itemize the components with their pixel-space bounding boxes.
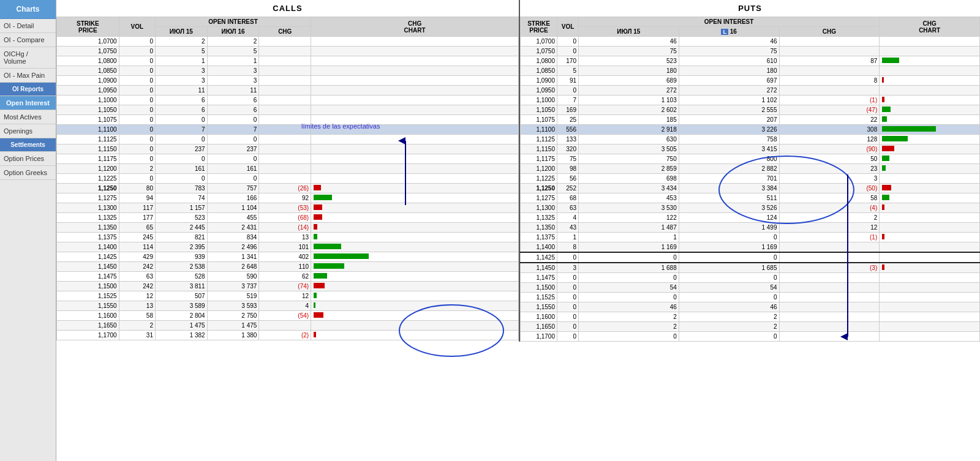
sidebar-item-oi-detail[interactable]: OI - Detail: [0, 19, 56, 33]
puts-vol-header: VOL: [557, 17, 579, 37]
calls-oi-header: OPEN INTEREST: [155, 17, 311, 27]
calls-jul16-header: ИЮЛ 16: [207, 27, 259, 37]
puts-chg-header: CHG: [779, 27, 880, 37]
sidebar-item-option-prices[interactable]: Option Prices: [0, 152, 56, 166]
calls-table-body: 1,07000221,07500551,08000111,08500331,09…: [57, 37, 519, 340]
puts-chg-chart-header: CHGCHART: [880, 17, 980, 37]
calls-title: CALLS: [56, 0, 519, 17]
calls-section: CALLS STRIKEPRICE VOL OPEN INTEREST CHGC…: [56, 0, 520, 342]
puts-jul15-header: ИЮЛ 15: [579, 27, 679, 37]
puts-jul16-header: L 16: [679, 27, 779, 37]
sidebar-item-option-greeks[interactable]: Option Greeks: [0, 166, 56, 180]
sidebar-section-oi-reports: OI Reports: [0, 83, 56, 96]
sidebar-item-openings[interactable]: Openings: [0, 124, 56, 138]
sidebar-section-settlements: Settlements: [0, 138, 56, 152]
calls-chg-chart-header: CHGCHART: [311, 17, 519, 37]
puts-section: PUTS STRIKEPRICE VOL OPEN INTEREST CHGCH…: [520, 0, 980, 342]
puts-strike-header: STRIKEPRICE: [521, 17, 557, 37]
puts-table-body: 1,0700046461,0750075751,0800170523610871…: [521, 37, 980, 342]
puts-table: STRIKEPRICE VOL OPEN INTEREST CHGCHART И…: [520, 17, 980, 342]
puts-oi-header: OPEN INTEREST: [579, 17, 880, 27]
sidebar-item-oichg-volume[interactable]: OICHg / Volume: [0, 47, 56, 69]
main-content: CALLS STRIKEPRICE VOL OPEN INTEREST CHGC…: [56, 0, 980, 461]
sidebar-item-open-interest[interactable]: Open Interest: [0, 96, 56, 110]
calls-strike-header: STRIKEPRICE: [57, 17, 119, 37]
puts-title: PUTS: [520, 0, 980, 17]
app-container: Charts OI - Detail OI - Compare OICHg / …: [0, 0, 980, 461]
sidebar-header: Charts: [0, 0, 56, 19]
sidebar-item-most-actives[interactable]: Most Actives: [0, 110, 56, 124]
calls-table: STRIKEPRICE VOL OPEN INTEREST CHGCHART И…: [56, 17, 519, 340]
tables-container: CALLS STRIKEPRICE VOL OPEN INTEREST CHGC…: [56, 0, 980, 342]
sidebar-item-oi-max-pain[interactable]: OI - Max Pain: [0, 69, 56, 83]
calls-vol-header: VOL: [119, 17, 155, 37]
calls-jul15-header: ИЮЛ 15: [155, 27, 207, 37]
calls-chg-header: CHG: [259, 27, 311, 37]
sidebar: Charts OI - Detail OI - Compare OICHg / …: [0, 0, 56, 461]
l-badge: L: [721, 29, 728, 35]
sidebar-item-oi-compare[interactable]: OI - Compare: [0, 33, 56, 47]
